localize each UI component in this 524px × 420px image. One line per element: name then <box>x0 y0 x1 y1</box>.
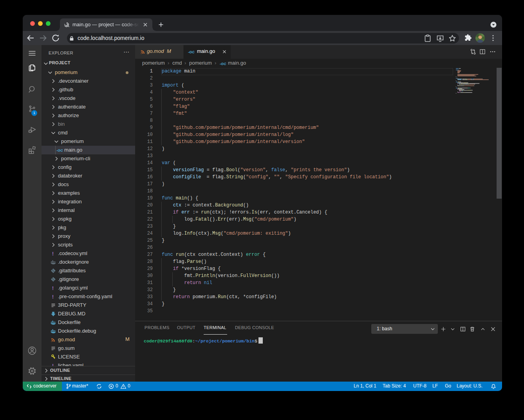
svg-text:!: ! <box>52 286 54 291</box>
svg-text:-GO: -GO <box>56 148 63 152</box>
svg-text:-GO: -GO <box>220 62 226 66</box>
svg-text:!: ! <box>52 294 54 300</box>
svg-text:-GO: -GO <box>188 50 194 54</box>
svg-text:!: ! <box>52 251 54 257</box>
